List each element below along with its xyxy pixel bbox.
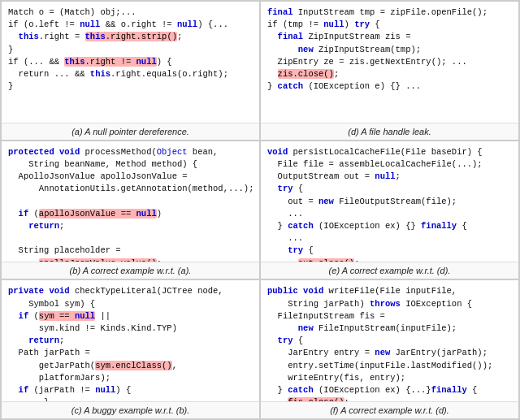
caption-e: (e) A correct example w.r.t. (d). [261,262,518,279]
cell-b: protected void processMethod(Object bean… [1,141,260,280]
cell-d: final InputStream tmp = zipFile.openFile… [260,1,519,141]
cell-c: private void checkTypeLiteral(JCTree nod… [1,279,260,419]
caption-f: (f) A correct example w.r.t. (d). [261,401,518,418]
caption-c: (c) A buggy example w.r.t. (b). [2,401,259,418]
caption-d: (d) A file handle leak. [261,123,518,140]
code-d: final InputStream tmp = zipFile.openFile… [261,2,518,123]
code-c: private void checkTypeLiteral(JCTree nod… [2,280,259,401]
cell-a: Match o = (Match) obj;... if (o.left != … [1,1,260,141]
cell-e: void persistLocalCacheFile(File baseDir)… [260,141,519,280]
caption-b: (b) A correct example w.r.t. (a). [2,262,259,279]
cell-f: public void writeFile(File inputFile, St… [260,279,519,419]
main-grid: Match o = (Match) obj;... if (o.left != … [0,0,520,420]
code-f: public void writeFile(File inputFile, St… [261,280,518,401]
code-e: void persistLocalCacheFile(File baseDir)… [261,141,518,262]
code-b: protected void processMethod(Object bean… [2,141,259,262]
code-a: Match o = (Match) obj;... if (o.left != … [2,2,259,123]
caption-a: (a) A null pointer dereference. [2,123,259,140]
